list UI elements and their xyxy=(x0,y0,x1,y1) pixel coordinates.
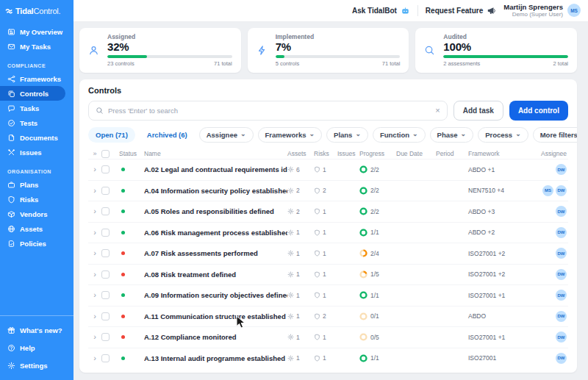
assignee-avatar[interactable]: DW xyxy=(556,248,567,259)
table-row[interactable]: › A.05 Roles and responsibilities define… xyxy=(88,201,568,222)
expand-all-icon[interactable]: » xyxy=(88,150,101,157)
stat-card-implemented: Implemented 7% 5 controls 71 total xyxy=(248,28,409,73)
filter-chip-process[interactable]: Process ⌄ xyxy=(478,127,528,143)
row-checkbox[interactable] xyxy=(101,165,110,173)
filter-chip-phase[interactable]: Phase ⌄ xyxy=(430,127,474,143)
row-expand-chevron[interactable]: › xyxy=(93,207,96,215)
check-circle-icon xyxy=(7,119,15,127)
filter-tab-open-71[interactable]: Open (71) xyxy=(88,127,135,143)
control-name[interactable]: A.11 Communication structure established xyxy=(144,312,287,320)
control-name[interactable]: A.12 Compliance monitored xyxy=(144,333,287,341)
sidebar-item-my-tasks[interactable]: My Tasks xyxy=(0,39,74,54)
framework-label: ABDO +2 xyxy=(468,229,530,236)
row-expand-chevron[interactable]: › xyxy=(93,354,96,362)
row-expand-chevron[interactable]: › xyxy=(93,165,96,173)
sidebar-item-documents[interactable]: Documents xyxy=(0,130,74,145)
user-menu[interactable]: Martijn Sprengers Demo (Super User) MS xyxy=(503,3,581,18)
control-name[interactable]: A.06 Risk management process established xyxy=(144,229,287,237)
table-row[interactable]: › A.08 Risk treatment defined 1 1 1/5 IS… xyxy=(88,264,568,285)
assignee-avatar[interactable]: DW xyxy=(556,164,567,175)
assignee-avatar[interactable]: DW xyxy=(556,269,567,280)
framework-label: ISO27001 +2 xyxy=(468,250,530,257)
stat-total: 71 total xyxy=(214,60,232,67)
assignee-avatar[interactable]: DW xyxy=(556,353,567,364)
sidebar-item-policies[interactable]: Policies xyxy=(0,236,74,251)
sidebar-item-tasks[interactable]: Tasks xyxy=(0,101,74,115)
add-task-button[interactable]: Add task xyxy=(453,101,503,121)
control-name[interactable]: A.08 Risk treatment defined xyxy=(144,270,287,279)
assets-count: 1 xyxy=(287,292,314,299)
risk-shield-icon xyxy=(314,208,320,215)
table-row[interactable]: › A.09 Information security objectives d… xyxy=(88,284,568,306)
filter-tab-archived-6[interactable]: Archived (6) xyxy=(140,127,195,143)
assignee-avatar[interactable]: DW xyxy=(556,206,567,217)
row-expand-chevron[interactable]: › xyxy=(93,312,96,320)
sidebar-item-risks[interactable]: Risks xyxy=(0,192,74,207)
sidebar-item-what-s-new[interactable]: What's new? xyxy=(0,321,74,339)
row-checkbox[interactable] xyxy=(101,207,110,215)
assignee-avatar[interactable]: MS xyxy=(542,185,553,196)
filter-chip-function[interactable]: Function ⌄ xyxy=(373,127,426,143)
sidebar-item-my-overview[interactable]: My Overview xyxy=(0,24,74,39)
control-name[interactable]: A.02 Legal and contractual requirements … xyxy=(144,165,287,173)
sidebar-item-tests[interactable]: Tests xyxy=(0,115,74,130)
sidebar-item-vendors[interactable]: Vendors xyxy=(0,207,74,221)
app-logo[interactable]: TidalControl. xyxy=(0,0,74,20)
table-row[interactable]: › A.11 Communication structure establish… xyxy=(88,306,568,327)
control-name[interactable]: A.13 Internal audit programme establishe… xyxy=(144,354,287,362)
row-checkbox[interactable] xyxy=(101,312,110,320)
row-checkbox[interactable] xyxy=(101,249,110,257)
stat-label: Audited xyxy=(443,33,568,40)
search-box[interactable]: × xyxy=(88,101,448,121)
user-avatar[interactable]: MS xyxy=(567,4,581,17)
row-expand-chevron[interactable]: › xyxy=(93,187,96,195)
row-checkbox[interactable] xyxy=(101,229,110,237)
row-checkbox[interactable] xyxy=(101,333,110,341)
row-expand-chevron[interactable]: › xyxy=(93,229,96,237)
assignee-avatar[interactable]: DW xyxy=(556,185,567,196)
row-expand-chevron[interactable]: › xyxy=(93,270,96,279)
row-checkbox[interactable] xyxy=(101,291,110,299)
more-filters-button[interactable]: More filters + xyxy=(533,127,577,143)
filter-chip-plans[interactable]: Plans ⌄ xyxy=(326,127,368,143)
sidebar-item-plans[interactable]: Plans xyxy=(0,177,74,192)
sidebar-item-frameworks[interactable]: Frameworks xyxy=(0,71,74,86)
search-input[interactable] xyxy=(108,107,431,115)
request-feature-button[interactable]: Request Feature xyxy=(426,6,496,15)
sidebar-item-issues[interactable]: Issues xyxy=(0,145,74,159)
add-control-button[interactable]: Add control xyxy=(509,101,568,121)
filter-chip-assignee[interactable]: Assignee ⌄ xyxy=(199,127,254,143)
row-expand-chevron[interactable]: › xyxy=(93,249,96,257)
filter-chip-frameworks[interactable]: Frameworks ⌄ xyxy=(258,127,323,143)
assignee-avatar[interactable]: DW xyxy=(556,290,567,301)
table-row[interactable]: › A.06 Risk management process establish… xyxy=(88,222,568,243)
row-checkbox[interactable] xyxy=(101,354,110,362)
clear-search-icon[interactable]: × xyxy=(435,107,440,115)
sidebar-item-help[interactable]: Help xyxy=(0,339,74,356)
asset-gear-icon xyxy=(287,187,294,194)
control-name[interactable]: A.05 Roles and responsibilities defined xyxy=(144,207,287,215)
table-row[interactable]: › A.13 Internal audit programme establis… xyxy=(88,348,568,369)
assignee-avatar[interactable]: DW xyxy=(556,227,567,238)
row-checkbox[interactable] xyxy=(101,187,110,195)
control-name[interactable]: A.09 Information security objectives def… xyxy=(144,291,287,299)
row-checkbox[interactable] xyxy=(101,270,110,279)
sidebar-item-assets[interactable]: Assets xyxy=(0,221,74,236)
sidebar-item-controls[interactable]: Controls xyxy=(0,86,65,101)
assignee-avatars: DW xyxy=(530,311,568,322)
row-expand-chevron[interactable]: › xyxy=(93,291,96,299)
ask-tidalbot-button[interactable]: Ask TidalBot xyxy=(352,6,410,15)
table-row[interactable]: › A.12 Compliance monitored 1 1 0/5 ISO2… xyxy=(88,326,568,348)
control-name[interactable]: A.04 Information security policy establi… xyxy=(144,187,287,195)
sidebar-item-label: Vendors xyxy=(20,210,48,218)
table-row[interactable]: › A.04 Information security policy estab… xyxy=(88,180,568,201)
sidebar-item-settings[interactable]: Settings xyxy=(0,356,74,374)
assignee-avatar[interactable]: DW xyxy=(556,331,567,343)
row-expand-chevron[interactable]: › xyxy=(93,333,96,341)
assignee-avatar[interactable]: DW xyxy=(556,311,567,322)
sidebar-item-label: Issues xyxy=(20,148,42,157)
select-all-checkbox[interactable] xyxy=(101,150,110,158)
control-name[interactable]: A.07 Risk assessments performed xyxy=(144,249,287,257)
table-row[interactable]: › A.07 Risk assessments performed 1 1 2/… xyxy=(88,243,568,264)
table-row[interactable]: › A.02 Legal and contractual requirement… xyxy=(88,159,568,180)
